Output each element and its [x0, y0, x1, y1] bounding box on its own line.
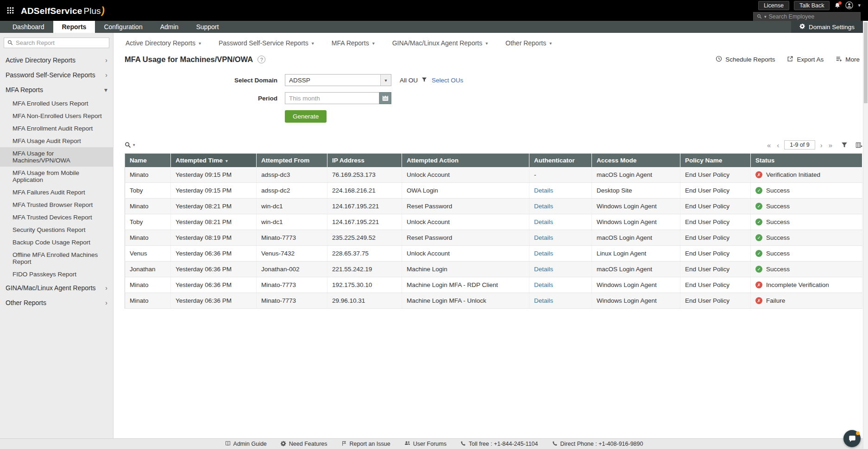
more-button[interactable]: More: [836, 56, 860, 63]
cell-attempted-time: Yesterday 06:36 PM: [171, 262, 257, 277]
search-scope-chevron-icon[interactable]: ▾: [764, 14, 767, 19]
cell-authenticator: Details: [529, 262, 592, 277]
domain-settings-button[interactable]: Domain Settings: [791, 21, 863, 33]
footer-link-need-features[interactable]: Need Features: [281, 441, 327, 448]
status-label: Success: [766, 187, 790, 194]
topbar: ADSelfService Plus ) License Talk Back ▾…: [0, 0, 868, 21]
details-link[interactable]: Details: [534, 297, 553, 304]
domain-select[interactable]: ADSSP ▾: [285, 74, 391, 86]
chat-widget-button[interactable]: [843, 430, 861, 447]
column-header-authenticator[interactable]: Authenticator: [529, 154, 592, 168]
details-link[interactable]: Details: [534, 234, 553, 241]
column-header-attempted-from[interactable]: Attempted From: [257, 154, 327, 168]
pagination-last-button[interactable]: »: [828, 141, 833, 149]
export-as-button[interactable]: Export As: [787, 56, 824, 63]
report-nav-password-self-service[interactable]: Password Self-Service Reports▾: [210, 39, 323, 47]
vertical-scrollbar[interactable]: [863, 21, 868, 449]
report-nav-active-directory[interactable]: Active Directory Reports▾: [125, 39, 210, 47]
report-search-input[interactable]: [16, 39, 106, 46]
details-link[interactable]: Details: [534, 250, 553, 257]
calendar-button[interactable]: [379, 92, 391, 104]
apps-grid-icon[interactable]: [6, 6, 14, 14]
status-label: Success: [766, 266, 790, 273]
footer-link-report-issue[interactable]: Report an Issue: [341, 441, 390, 448]
flag-icon: [341, 441, 347, 448]
column-chooser-icon[interactable]: [855, 142, 862, 149]
sidebar-item-mfa-enrolled-users-report[interactable]: MFA Enrolled Users Report: [0, 97, 113, 110]
filter-funnel-icon[interactable]: [841, 142, 848, 148]
user-avatar-icon[interactable]: [845, 1, 853, 9]
scrollbar-thumb[interactable]: [864, 22, 868, 103]
sidebar-item-active-directory-reports[interactable]: Active Directory Reports›: [0, 53, 113, 68]
notifications-bell-icon[interactable]: [834, 2, 841, 9]
period-input[interactable]: [285, 92, 379, 104]
tab-dashboard[interactable]: Dashboard: [4, 21, 53, 33]
report-nav-mfa[interactable]: MFA Reports▾: [323, 39, 384, 47]
cell-status: ✓Success: [751, 183, 862, 199]
details-link[interactable]: Details: [534, 281, 553, 288]
sidebar-item-mfa-failures-audit-report[interactable]: MFA Failures Audit Report: [0, 186, 113, 199]
help-icon[interactable]: ?: [258, 56, 265, 63]
column-header-ip-address[interactable]: IP Address: [327, 154, 402, 168]
column-header-attempted-time[interactable]: Attempted Time▾: [171, 154, 257, 168]
sidebar-item-mfa-enrollment-audit-report[interactable]: MFA Enrollment Audit Report: [0, 122, 113, 135]
details-link[interactable]: Details: [534, 203, 553, 210]
column-header-name[interactable]: Name: [125, 154, 171, 168]
phone-icon: [460, 441, 466, 448]
sidebar-item-offline-mfa-enrolled-machines-report[interactable]: Offline MFA Enrolled Machines Report: [0, 249, 113, 268]
select-ous-link[interactable]: Select OUs: [432, 77, 463, 84]
employee-search-input[interactable]: [769, 13, 857, 20]
details-link[interactable]: Details: [534, 218, 553, 225]
sidebar-item-mfa-reports[interactable]: MFA Reports▾: [0, 82, 113, 97]
sidebar-item-label: Security Questions Report: [13, 226, 86, 233]
sort-desc-icon: ▾: [226, 158, 228, 163]
sidebar-item-security-questions-report[interactable]: Security Questions Report: [0, 224, 113, 236]
report-table: Name Attempted Time▾ Attempted From IP A…: [125, 153, 862, 309]
sidebar-item-mfa-usage-from-mobile-application[interactable]: MFA Usage from Mobile Application: [0, 167, 113, 186]
column-header-status[interactable]: Status: [751, 154, 862, 168]
table-row: MinatoYesterday 09:15 PMadssp-dc376.169.…: [125, 167, 862, 183]
table-row: MinatoYesterday 08:21 PMwin-dc1124.167.1…: [125, 199, 862, 214]
report-nav-gina-agent[interactable]: GINA/Mac/Linux Agent Reports▾: [384, 39, 497, 47]
sidebar-item-label: GINA/Mac/Linux Agent Reports: [6, 284, 96, 292]
schedule-reports-button[interactable]: Schedule Reports: [716, 56, 775, 63]
sidebar-item-gina-mac-linux-agent-reports[interactable]: GINA/Mac/Linux Agent Reports›: [0, 281, 113, 295]
column-header-access-mode[interactable]: Access Mode: [592, 154, 680, 168]
chevron-down-icon: ▾: [104, 86, 107, 94]
user-menu-chevron-icon[interactable]: ▾: [858, 2, 861, 8]
footer-link-admin-guide[interactable]: Admin Guide: [225, 441, 267, 448]
sidebar-item-fido-passkeys-report[interactable]: FIDO Passkeys Report: [0, 268, 113, 281]
details-link[interactable]: Details: [534, 187, 553, 194]
tab-configuration[interactable]: Configuration: [95, 21, 151, 33]
column-header-attempted-action[interactable]: Attempted Action: [402, 154, 529, 168]
sidebar-item-mfa-usage-for-machines-vpn-owa[interactable]: MFA Usage for Machines/VPN/OWA: [0, 147, 113, 167]
sidebar-item-mfa-trusted-browser-report[interactable]: MFA Trusted Browser Report: [0, 199, 113, 211]
sidebar-item-mfa-usage-audit-report[interactable]: MFA Usage Audit Report: [0, 135, 113, 147]
cell-authenticator: Details: [529, 246, 592, 262]
column-header-policy-name[interactable]: Policy Name: [680, 154, 751, 168]
filter-funnel-icon[interactable]: [421, 77, 427, 84]
tab-admin[interactable]: Admin: [151, 21, 188, 33]
sidebar-item-backup-code-usage-report[interactable]: Backup Code Usage Report: [0, 236, 113, 249]
tab-support[interactable]: Support: [187, 21, 227, 33]
sidebar-item-other-reports[interactable]: Other Reports›: [0, 295, 113, 310]
chevron-right-icon: ›: [105, 299, 107, 306]
sidebar-item-mfa-trusted-devices-report[interactable]: MFA Trusted Devices Report: [0, 211, 113, 224]
status-label: Incomplete Verification: [766, 281, 829, 288]
tab-reports[interactable]: Reports: [53, 21, 95, 33]
report-nav-other[interactable]: Other Reports▾: [497, 39, 560, 47]
sidebar-item-label: MFA Usage for Machines/VPN/OWA: [13, 150, 108, 164]
license-button[interactable]: License: [758, 1, 789, 10]
footer-link-user-forums[interactable]: User Forums: [404, 440, 447, 448]
table-search-button[interactable]: ▾: [125, 142, 135, 148]
pagination-next-button[interactable]: ›: [819, 141, 824, 149]
chevron-down-icon: ▾: [372, 41, 375, 46]
sidebar-item-mfa-non-enrolled-users-report[interactable]: MFA Non-Enrolled Users Report: [0, 110, 113, 122]
sidebar-item-password-self-service-reports[interactable]: Password Self-Service Reports›: [0, 68, 113, 82]
cell-attempted-action: Machine Login: [402, 262, 529, 277]
details-link[interactable]: Details: [534, 266, 553, 273]
generate-button[interactable]: Generate: [285, 110, 327, 123]
pagination-prev-button[interactable]: ‹: [776, 141, 780, 149]
pagination-first-button[interactable]: «: [766, 141, 772, 149]
talkback-button[interactable]: Talk Back: [794, 1, 830, 10]
